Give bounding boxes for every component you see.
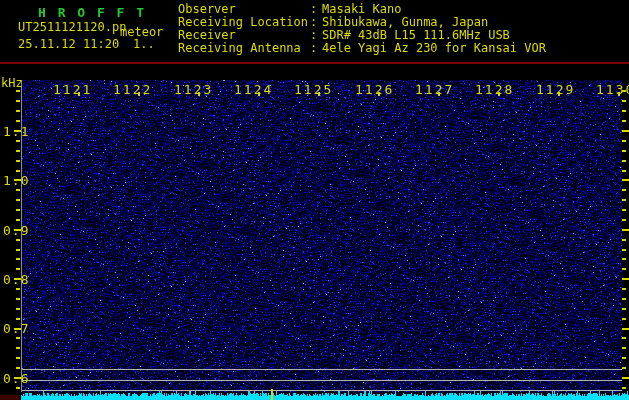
freq-axis-unit: kHz: [1, 76, 23, 90]
info-label: Receiving Antenna: [178, 42, 310, 55]
info-row-antenna: Receiving Antenna:4ele Yagi Az 230 for K…: [178, 42, 546, 55]
freq-tick-label: 1.0: [3, 173, 33, 188]
time-tick-label: 1124: [234, 82, 273, 97]
hrofft-window: H R O F F T UT2511121120.pn meteor 25.11…: [0, 0, 629, 400]
time-tick-label: 1121: [53, 82, 92, 97]
time-tick-label: 1129: [536, 82, 575, 97]
info-value: 4ele Yagi Az 230 for Kansai VOR: [322, 42, 546, 55]
freq-tick-label: 0.9: [3, 223, 33, 238]
time-tick-label: 1122: [113, 82, 152, 97]
time-tick-label: 1127: [415, 82, 454, 97]
freq-tick-label: 0.8: [3, 272, 33, 287]
time-tick-label: 1123: [174, 82, 213, 97]
freq-tick-label: 1.1: [3, 124, 33, 139]
freq-tick-label: 0.7: [3, 321, 33, 336]
station-info: Observer:Masaki Kano Receiving Location:…: [178, 3, 546, 55]
time-tick-label: 1130: [596, 82, 629, 97]
filename-label: UT2511121120.pn: [18, 20, 126, 34]
app-title: H R O F F T: [38, 5, 146, 20]
datetime-label: 25.11.12 11:20: [18, 37, 119, 51]
time-tick-label: 1126: [355, 82, 394, 97]
counter-label: 1..: [133, 37, 155, 51]
info-colon: :: [310, 42, 322, 55]
time-tick-label: 1128: [475, 82, 514, 97]
freq-tick-label: 0.6: [3, 371, 33, 386]
spectrogram-canvas: [0, 0, 629, 400]
time-tick-label: 1125: [294, 82, 333, 97]
